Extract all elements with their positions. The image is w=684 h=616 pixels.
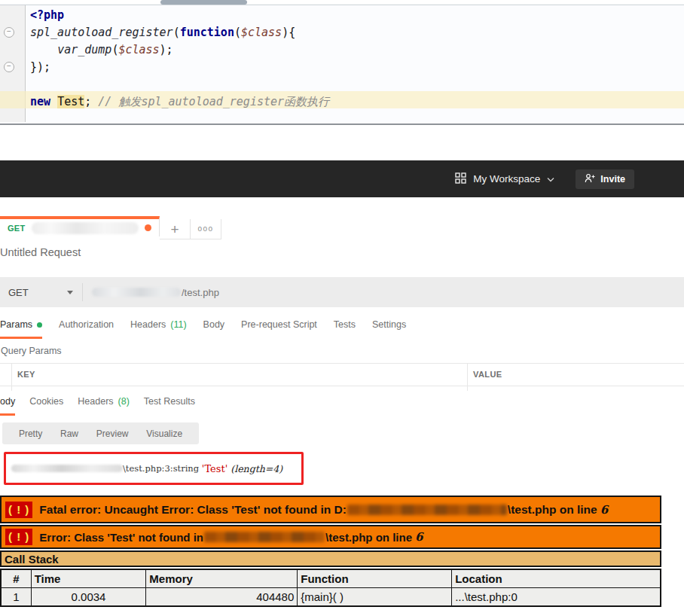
code-token [30,43,57,56]
tab-label: Authorization [59,319,114,330]
redacted-dump-path [11,465,123,472]
value-column-header[interactable]: VALUE [473,370,502,379]
tab-label: Pre-request Script [241,319,317,330]
response-tab-test-results[interactable]: Test Results [144,395,195,416]
code-token [50,95,57,108]
code-lines[interactable]: <?phpspl_autoload_register(function($cla… [0,7,684,111]
scrollbar-thumb-icon[interactable] [160,0,247,5]
table-cell: 0.0034 [31,588,146,607]
code-token: }); [30,60,50,74]
tab-label: Headers [78,396,113,407]
table-cell: {main}( ) [298,588,452,607]
tab-label: Params [0,319,32,330]
column-header: Location [452,569,661,588]
query-params-label: Query Params [1,346,62,356]
tab-label: Headers [130,319,166,330]
tab-label: Body [203,319,225,330]
dump-length-text: (length=4) [231,463,282,474]
code-token: ( [234,26,241,39]
dump-path-text: \test.php:3:string [123,463,202,474]
request-tab-active[interactable]: GET [0,216,160,236]
tab-label: Settings [372,319,406,330]
url-input[interactable]: /test.php [92,287,219,298]
code-token: <?php [30,8,64,22]
redacted-tab-title [32,222,139,234]
redacted-url-host [92,288,181,297]
fold-minus-icon[interactable]: − [4,27,14,38]
view-mode-pretty[interactable]: Pretty [19,428,42,439]
view-mode-visualize[interactable]: Visualize [146,428,182,439]
tab-headers[interactable]: Headers(11) [130,319,187,339]
key-column-header[interactable]: KEY [17,370,35,379]
url-bar: GET /test.php [0,277,684,307]
table-cell: 404480 [146,588,298,607]
code-token: var_dump [57,43,111,56]
dump-string-value: 'Test' [202,463,231,474]
params-table: KEY VALUE [0,363,684,391]
tab-tests[interactable]: Tests [334,319,356,339]
person-plus-icon [585,173,595,185]
code-line: }); [0,59,684,76]
invite-label: Invite [600,174,625,184]
call-stack-table: #TimeMemoryFunctionLocation10.0034404480… [0,569,661,607]
code-line: new Test; // 触发spl_autoload_register函数执行 [0,93,684,111]
response-tab-cookies[interactable]: Cookies [29,395,63,416]
method-label: GET [8,287,29,298]
code-line: spl_autoload_register(function($class){ [0,24,684,41]
error-text: Error: Class 'Test' not found in \test.p… [39,530,423,544]
tab-label: Test Results [144,396,195,407]
error-line-number: 6 [415,530,423,544]
tab-count-badge: (11) [170,319,186,330]
tab-params[interactable]: Params [0,319,42,339]
code-token: spl_autoload_register [30,26,173,39]
code-editor[interactable]: − − <?phpspl_autoload_register(function(… [0,0,684,125]
code-token: $class [118,43,159,56]
tab-count-badge: (8) [118,396,130,407]
tab-body[interactable]: Body [203,319,225,339]
code-line: var_dump($class); [0,41,684,59]
tab-pre-request-script[interactable]: Pre-request Script [241,319,317,339]
app-header: My Workspace Invite [0,160,684,197]
tab-label: ody [0,396,15,407]
editor-h-scrollbar[interactable] [0,0,684,5]
view-mode-raw[interactable]: Raw [60,428,78,439]
screenshot-canvas: − − <?phpspl_autoload_register(function(… [0,0,684,616]
fatal-error-prefix: Fatal error: Uncaught Error: Class 'Test… [39,503,347,517]
view-mode-preview[interactable]: Preview [96,428,129,439]
response-view-switcher: PrettyRawPreviewVisualize [2,422,199,444]
url-path: /test.php [182,287,219,298]
error-row: ( ! ) Error: Class 'Test' not found in \… [0,525,661,549]
method-dropdown[interactable]: GET [0,283,83,301]
code-token: ); [160,43,173,56]
dropdown-caret-icon [67,291,73,294]
code-token: ; [84,95,98,108]
request-tabs: ParamsAuthorizationHeaders(11)BodyPre-re… [0,319,406,340]
invite-button[interactable]: Invite [576,169,634,189]
column-header: # [1,569,31,588]
table-cell: ...\test.php:0 [452,588,661,607]
warning-icon: ( ! ) [5,529,32,545]
warning-icon: ( ! ) [5,502,32,518]
redacted-file-path [347,505,507,515]
tab-label: Tests [334,319,356,330]
response-tab-ody[interactable]: ody [0,395,15,416]
fold-minus-icon[interactable]: − [4,62,14,72]
code-token: ( [173,26,180,39]
error-line-number: 6 [600,503,608,517]
response-tab-headers[interactable]: Headers(8) [78,395,130,416]
more-options-icon: ooo [197,225,213,233]
add-tab-button[interactable]: + [160,219,191,239]
unsaved-dot-icon [145,224,151,231]
column-divider [467,363,468,391]
column-divider [11,363,12,391]
code-token: Test [57,95,84,108]
code-token: function [180,26,234,39]
tab-authorization[interactable]: Authorization [59,319,114,339]
code-token: new [30,95,50,108]
workspace-switcher[interactable]: My Workspace [455,172,554,186]
call-stack-title: Call Stack [5,553,59,566]
tab-settings[interactable]: Settings [372,319,406,339]
error-suffix: \test.php on line [325,531,412,544]
more-tabs-button[interactable]: ooo [191,219,221,239]
error-prefix: Error: Class 'Test' not found in [39,531,203,544]
